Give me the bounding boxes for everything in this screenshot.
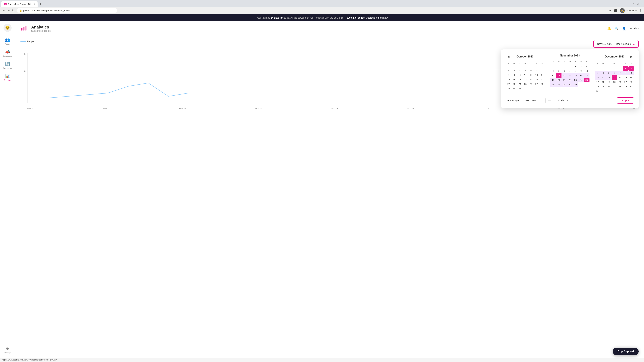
dec-d4[interactable]: 4 (600, 71, 606, 75)
nov-d4[interactable]: 4 (550, 69, 556, 73)
minimize-btn[interactable]: − (632, 2, 634, 5)
dec-d31[interactable]: 31 (595, 89, 600, 93)
dec-d11[interactable]: 11 (600, 75, 606, 80)
nov-d13[interactable]: 13 (562, 73, 567, 78)
nov-d27[interactable]: 27 (556, 82, 562, 87)
back-btn[interactable]: ← (2, 9, 5, 12)
nov-d6[interactable]: 6 (562, 69, 567, 73)
dec-d6[interactable]: 6 (612, 71, 617, 75)
nov-d7[interactable]: 7 (567, 69, 572, 73)
dec-d12[interactable]: 12 (606, 75, 612, 80)
close-btn[interactable]: × (641, 2, 643, 5)
oct-d18[interactable]: 18 (522, 77, 528, 82)
oct-d30[interactable]: 30 (511, 86, 517, 91)
tab-close-btn[interactable]: × (34, 3, 35, 5)
dec-d30[interactable]: 30 (628, 84, 634, 89)
dec-d25[interactable]: 25 (600, 84, 606, 89)
oct-d19[interactable]: 19 (528, 77, 534, 82)
nov-d1[interactable]: 1 (573, 64, 578, 69)
oct-d4[interactable]: 4 (522, 68, 528, 73)
dec-d2[interactable]: 2 (628, 66, 634, 71)
oct-d24[interactable]: 24 (517, 82, 522, 86)
maximize-btn[interactable]: □ (637, 2, 638, 5)
oct-d9[interactable]: 9 (511, 73, 517, 77)
dec-d28[interactable]: 28 (617, 84, 623, 89)
nov-d23[interactable]: 23 (573, 78, 578, 82)
dec-d5[interactable]: 5 (606, 71, 612, 75)
oct-d22[interactable]: 22 (506, 82, 511, 86)
dec-d14[interactable]: 14 (617, 75, 623, 80)
nov-d10[interactable]: 10 (584, 69, 589, 73)
new-tab-btn[interactable]: + (38, 1, 43, 7)
sidebar-item-campaigns[interactable]: 📣 Campaigns (1, 48, 14, 59)
nov-d3[interactable]: 3 (584, 64, 589, 69)
oct-d6[interactable]: 6 (534, 68, 539, 73)
nov-d30[interactable]: 30 (573, 82, 578, 87)
dec-d22[interactable]: 22 (623, 80, 628, 84)
nov-d19[interactable]: 19 (550, 78, 556, 82)
oct-d17[interactable]: 17 (517, 77, 522, 82)
nov-d26[interactable]: 26 (550, 82, 556, 87)
dec-d13[interactable]: 13 (612, 75, 617, 80)
dec-d10[interactable]: 10 (595, 75, 600, 80)
nov-d12[interactable]: 12 (556, 73, 562, 78)
dec-d1[interactable]: 1 (623, 66, 628, 71)
oct-d8[interactable]: 8 (506, 73, 511, 77)
start-date-input[interactable] (522, 98, 546, 103)
nov-d2[interactable]: 2 (578, 64, 584, 69)
dec-d17[interactable]: 17 (595, 80, 600, 84)
reload-btn[interactable]: ↻ (12, 9, 14, 12)
oct-d31[interactable]: 31 (517, 86, 522, 91)
date-range-picker-btn[interactable]: Nov 12, 2023 — Dec 13, 2023 ▲ (593, 40, 639, 48)
oct-d12[interactable]: 12 (528, 73, 534, 77)
sidebar-item-settings[interactable]: ⚙ Settings (1, 345, 14, 355)
oct-d16[interactable]: 16 (511, 77, 517, 82)
oct-d27[interactable]: 27 (534, 82, 539, 86)
url-box[interactable]: 🔒 getdrip.com/7641396/reports/subscriber… (16, 8, 117, 13)
next-month-btn[interactable]: ▶ (629, 54, 634, 59)
dec-d23[interactable]: 23 (628, 80, 634, 84)
nov-d17[interactable]: 17 (584, 73, 589, 78)
sidebar-item-people[interactable]: 👥 People (1, 36, 14, 46)
dec-d26[interactable]: 26 (606, 84, 612, 89)
search-icon[interactable]: 🔍 (615, 26, 619, 30)
active-tab[interactable]: D Subscribed People · Drip × (1, 1, 38, 7)
oct-d23[interactable]: 23 (511, 82, 517, 86)
nov-d16[interactable]: 16 (578, 73, 584, 78)
dec-d18[interactable]: 18 (600, 80, 606, 84)
nov-d8[interactable]: 8 (573, 69, 578, 73)
nov-d11[interactable]: 11 (550, 73, 556, 78)
dec-d20[interactable]: 20 (612, 80, 617, 84)
oct-d21[interactable]: 21 (539, 77, 545, 82)
forward-btn[interactable]: → (7, 9, 10, 12)
nov-d9[interactable]: 9 (578, 69, 584, 73)
drip-support-btn[interactable]: Drip Support (613, 348, 639, 355)
apply-button[interactable]: Apply (617, 97, 634, 104)
nov-d20[interactable]: 20 (556, 78, 562, 82)
oct-d28[interactable]: 28 (539, 82, 545, 86)
nov-d24[interactable]: 24 (578, 78, 584, 82)
oct-d11[interactable]: 11 (522, 73, 528, 77)
oct-d10[interactable]: 10 (517, 73, 522, 77)
upgrade-link[interactable]: Upgrade to paid now (366, 16, 388, 19)
dec-d3[interactable]: 3 (595, 71, 600, 75)
sidebar-item-analytics[interactable]: 📊 Analytics (1, 72, 14, 83)
oct-d5[interactable]: 5 (528, 68, 534, 73)
nov-d28[interactable]: 28 (562, 82, 567, 87)
nov-d29[interactable]: 29 (567, 82, 572, 87)
nov-d15[interactable]: 15 (573, 73, 578, 78)
dec-d7[interactable]: 7 (617, 71, 623, 75)
dec-d21[interactable]: 21 (617, 80, 623, 84)
oct-d2[interactable]: 2 (511, 68, 517, 73)
nov-d14[interactable]: 14 (567, 73, 572, 78)
dec-d19[interactable]: 19 (606, 80, 612, 84)
nov-d5[interactable]: 5 (556, 69, 562, 73)
dec-d9[interactable]: 9 (628, 71, 634, 75)
nov-d25[interactable]: 25 (584, 78, 589, 82)
end-date-input[interactable] (554, 98, 577, 103)
nov-d21[interactable]: 21 (562, 78, 567, 82)
dec-d8[interactable]: 8 (623, 71, 628, 75)
oct-d25[interactable]: 25 (522, 82, 528, 86)
oct-d15[interactable]: 15 (506, 77, 511, 82)
oct-d20[interactable]: 20 (534, 77, 539, 82)
